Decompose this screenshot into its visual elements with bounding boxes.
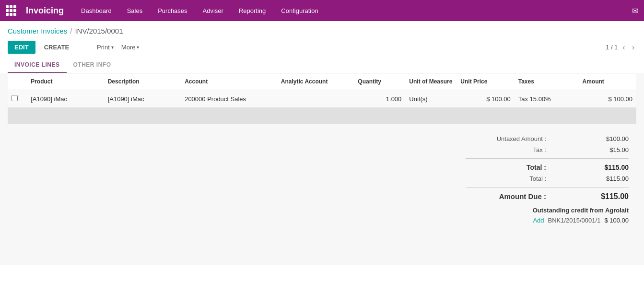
print-button[interactable]: Print ▾ [97,44,114,51]
credit-add-button[interactable]: Add [533,217,544,224]
row-description: [A1090] iMac [104,90,181,108]
top-navigation: Invoicing Dashboard Sales Purchases Advi… [0,0,644,21]
table-row[interactable]: [A1090] iMac [A1090] iMac 200000 Product… [8,90,636,108]
create-button[interactable]: CREATE [39,41,74,54]
credit-amount: $ 100.00 [604,217,629,224]
untaxed-label: Untaxed Amount : [466,135,552,142]
row-select-checkbox[interactable] [12,95,18,101]
breadcrumb-current: INV/2015/0001 [75,27,123,35]
row-product[interactable]: [A1090] iMac [27,90,104,108]
row-checkbox[interactable] [8,90,27,108]
tabs-bar: INVOICE LINES OTHER INFO [8,58,636,73]
tax-label: Tax : [466,146,552,153]
nav-right-icons: ✉ [632,6,638,15]
col-header-quantity: Quantity [354,73,405,90]
untaxed-amount-row: Untaxed Amount : $100.00 [466,133,629,144]
amount-due-label: Amount Due : [466,192,552,201]
row-account[interactable]: 200000 Product Sales [181,90,277,108]
more-caret: ▾ [137,45,139,50]
divider-1 [466,158,629,159]
footer-bar [8,107,636,124]
amount-due-row: Amount Due : $115.00 [466,190,629,203]
main-content: Product Description Account Analytic Acc… [0,73,644,265]
divider-2 [466,187,629,188]
breadcrumb: Customer Invoices / INV/2015/0001 [0,21,644,38]
summary-section: Untaxed Amount : $100.00 Tax : $15.00 To… [8,124,636,225]
credit-section: Outstanding credit from Agrolait [466,203,629,216]
col-header-description: Description [104,73,181,90]
tab-invoice-lines[interactable]: INVOICE LINES [8,58,67,73]
total-label: Total : [466,164,552,171]
total2-label: Total : [466,175,552,182]
tax-row: Tax : $15.00 [466,144,629,155]
more-button[interactable]: More ▾ [121,44,140,51]
total-row: Total : $115.00 [466,162,629,173]
credit-line: Add BNK1/2015/0001/1 $ 100.00 [466,216,629,225]
credit-ref: BNK1/2015/0001/1 [548,217,601,224]
col-header-product: Product [27,73,104,90]
col-header-uom: Unit of Measure [405,73,457,90]
amount-due-value: $115.00 [585,192,629,201]
row-unit-price: $ 100.00 [457,90,514,108]
breadcrumb-separator: / [70,27,72,35]
col-header-amount: Amount [579,73,636,90]
next-record-button[interactable]: › [630,42,636,53]
app-grid-icon[interactable] [6,5,16,16]
untaxed-value: $100.00 [585,135,629,142]
col-header-checkbox [8,73,27,90]
tax-value: $15.00 [585,146,629,153]
nav-item-dashboard[interactable]: Dashboard [78,5,115,16]
pagination-text: 1 / 1 [606,44,618,51]
brand-title: Invoicing [26,6,64,16]
nav-item-adviser[interactable]: Adviser [200,5,226,16]
toolbar-actions: Print ▾ More ▾ [97,44,139,51]
row-amount: $ 100.00 [579,90,636,108]
col-header-unit-price: Unit Price [457,73,514,90]
nav-item-sales[interactable]: Sales [124,5,146,16]
total-value: $115.00 [585,164,629,171]
col-header-analytic: Analytic Account [277,73,354,90]
edit-button[interactable]: EDIT [8,41,35,54]
prev-record-button[interactable]: ‹ [621,42,627,53]
nav-item-reporting[interactable]: Reporting [236,5,269,16]
row-taxes: Tax 15.00% [515,90,579,108]
nav-item-configuration[interactable]: Configuration [278,5,321,16]
invoice-lines-table: Product Description Account Analytic Acc… [8,73,636,107]
nav-item-purchases[interactable]: Purchases [155,5,190,16]
summary-block: Untaxed Amount : $100.00 Tax : $15.00 To… [466,133,629,225]
row-quantity: 1.000 [354,90,405,108]
print-caret: ▾ [111,45,114,50]
col-header-account: Account [181,73,277,90]
row-uom: Unit(s) [405,90,457,108]
toolbar: EDIT CREATE Print ▾ More ▾ 1 / 1 ‹ › [0,38,644,58]
tab-other-info[interactable]: OTHER INFO [67,58,118,73]
credit-title: Outstanding credit from Agrolait [533,207,629,214]
total2-value: $115.00 [585,175,629,182]
total2-row: Total : $115.00 [466,173,629,184]
col-header-taxes: Taxes [515,73,579,90]
pagination-controls: 1 / 1 ‹ › [606,42,636,53]
row-analytic-account [277,90,354,108]
breadcrumb-link[interactable]: Customer Invoices [8,27,67,35]
